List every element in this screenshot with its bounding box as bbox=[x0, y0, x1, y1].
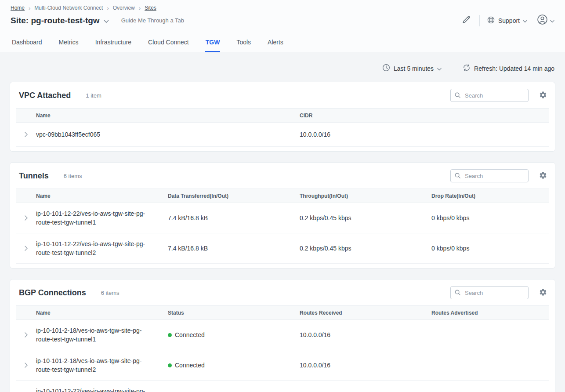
column-header-status: Status bbox=[168, 310, 300, 316]
refresh-icon bbox=[463, 64, 471, 73]
bgp-card-header: BGP Connections 6 items bbox=[10, 279, 555, 305]
breadcrumb-separator-icon: › bbox=[139, 5, 141, 11]
bgp-settings-button[interactable] bbox=[538, 287, 548, 298]
vpc-attached-card: VPC Attached 1 item Name bbox=[10, 82, 555, 152]
header-divider bbox=[479, 15, 480, 26]
page: Home › Multi-Cloud Network Connect › Ove… bbox=[0, 0, 565, 392]
breadcrumb-separator-icon: › bbox=[107, 5, 109, 11]
bgp-routes-advertised-cell bbox=[431, 389, 549, 392]
vpc-item-count: 1 item bbox=[86, 92, 101, 99]
account-menu[interactable] bbox=[537, 14, 554, 27]
bgp-search-box bbox=[450, 286, 529, 299]
column-header-throughput: Throughput(In/Out) bbox=[300, 193, 431, 199]
edit-button[interactable] bbox=[460, 14, 472, 27]
tunnels-search-input[interactable] bbox=[450, 169, 529, 182]
bgp-table: Name Status Routes Received Routes Adver… bbox=[16, 305, 549, 392]
vpc-name-cell: vpc-09bb1043ff5ecf065 bbox=[36, 123, 300, 146]
gear-icon bbox=[539, 171, 547, 181]
column-header-routes-advertised: Routes Advertised bbox=[431, 310, 549, 316]
column-header-name: Name bbox=[36, 193, 168, 199]
vpc-settings-button[interactable] bbox=[538, 90, 548, 101]
bgp-status-cell: Connected bbox=[168, 385, 300, 392]
column-header-name: Name bbox=[36, 310, 168, 316]
guide-me-link[interactable]: Guide Me Through a Tab bbox=[121, 17, 184, 24]
column-header-cidr: CIDR bbox=[300, 113, 549, 119]
tunnels-search-box bbox=[450, 169, 529, 182]
edit-pencil-icon bbox=[461, 15, 471, 26]
bgp-routes-advertised-cell bbox=[431, 359, 549, 371]
support-icon bbox=[487, 16, 495, 25]
row-expand-button[interactable] bbox=[16, 320, 36, 350]
bgp-name-cell: ip-10-101-2-18/ves-io-aws-tgw-site-pg-ro… bbox=[36, 350, 168, 380]
tab-metrics[interactable]: Metrics bbox=[58, 37, 79, 52]
bgp-routes-advertised-cell bbox=[431, 329, 549, 341]
tunnels-table-header-row: Name Data Transferred(In/Out) Throughput… bbox=[16, 189, 549, 203]
breadcrumb-link-sites[interactable]: Sites bbox=[145, 5, 156, 11]
tab-dashboard[interactable]: Dashboard bbox=[11, 37, 43, 52]
column-header-routes-received: Routes Received bbox=[300, 310, 431, 316]
time-range-selector[interactable]: Last 5 minutes bbox=[382, 64, 442, 73]
site-selector-chevron-down-icon[interactable] bbox=[104, 20, 109, 23]
tunnel-data-transferred-cell: 7.4 kB/16.8 kB bbox=[168, 207, 300, 229]
column-header-data-transferred: Data Transferred(In/Out) bbox=[168, 193, 300, 199]
bgp-search-input[interactable] bbox=[450, 286, 529, 299]
tunnel-drop-rate-cell: 0 kbps/0 kbps bbox=[431, 207, 549, 229]
row-expand-button[interactable] bbox=[16, 233, 36, 263]
vpc-card-header: VPC Attached 1 item bbox=[10, 82, 555, 108]
support-label: Support bbox=[498, 17, 520, 24]
tunnels-card: Tunnels 6 items Name bbox=[10, 162, 555, 269]
breadcrumb-link-home[interactable]: Home bbox=[11, 5, 25, 11]
bgp-item-count: 6 items bbox=[101, 290, 120, 296]
row-expand-button[interactable] bbox=[16, 381, 36, 392]
breadcrumb-separator-icon: › bbox=[29, 5, 30, 11]
tunnel-name-cell: ip-10-101-12-22/ves-io-aws-tgw-site-pg-r… bbox=[36, 233, 168, 263]
row-expand-button[interactable] bbox=[16, 350, 36, 380]
tunnels-settings-button[interactable] bbox=[538, 171, 548, 181]
user-avatar-icon bbox=[537, 14, 548, 27]
tab-alerts[interactable]: Alerts bbox=[267, 37, 284, 52]
row-expand-button[interactable] bbox=[16, 123, 36, 146]
bgp-name-cell: ip-10-101-12-22/ves-io-aws-tgw-site-pg-r… bbox=[36, 381, 168, 392]
breadcrumb-item-multi-cloud-network-connect: Multi-Cloud Network Connect bbox=[34, 5, 103, 11]
status-dot-connected bbox=[168, 363, 172, 367]
bgp-routes-received-cell: 10.0.0.0/16 bbox=[300, 324, 431, 345]
status-label: Connected bbox=[175, 330, 205, 339]
vpc-search-input[interactable] bbox=[450, 89, 529, 102]
tab-infrastructure[interactable]: Infrastructure bbox=[95, 37, 132, 52]
tab-cloud-connect[interactable]: Cloud Connect bbox=[148, 37, 189, 52]
clock-icon bbox=[382, 64, 390, 73]
toolbar: Last 5 minutes Refresh: Updated 14 min a… bbox=[10, 52, 555, 82]
account-chevron-down-icon bbox=[550, 17, 554, 25]
support-menu[interactable]: Support bbox=[487, 16, 527, 25]
breadcrumb: Home › Multi-Cloud Network Connect › Ove… bbox=[11, 4, 554, 11]
column-header-drop-rate: Drop Rate(In/Out) bbox=[431, 193, 549, 199]
refresh-button[interactable]: Refresh: Updated 14 min ago bbox=[463, 64, 554, 73]
status-dot-connected bbox=[168, 333, 172, 337]
row-expand-button[interactable] bbox=[16, 203, 36, 233]
time-range-chevron-down-icon bbox=[437, 65, 442, 72]
vpc-cidr-cell: 10.0.0.0/16 bbox=[300, 123, 549, 146]
bgp-status-cell: Connected bbox=[168, 324, 300, 345]
breadcrumb-item-overview: Overview bbox=[113, 5, 135, 11]
tunnels-card-title: Tunnels bbox=[19, 171, 49, 181]
tab-bar: Dashboard Metrics Infrastructure Cloud C… bbox=[0, 32, 565, 52]
tunnel-throughput-cell: 0.2 kbps/0.45 kbps bbox=[300, 238, 431, 259]
tab-tools[interactable]: Tools bbox=[236, 37, 251, 52]
refresh-label: Refresh: Updated 14 min ago bbox=[474, 65, 554, 72]
time-range-label: Last 5 minutes bbox=[394, 65, 434, 72]
vpc-card-title: VPC Attached bbox=[19, 91, 71, 100]
bgp-table-header-row: Name Status Routes Received Routes Adver… bbox=[16, 305, 549, 320]
tab-tgw[interactable]: TGW bbox=[205, 37, 221, 52]
tunnels-card-header: Tunnels 6 items bbox=[10, 163, 555, 189]
table-row: ip-10-101-12-22/ves-io-aws-tgw-site-pg-r… bbox=[16, 203, 549, 233]
tunnel-name-cell: ip-10-101-12-22/ves-io-aws-tgw-site-pg-r… bbox=[36, 203, 168, 233]
tunnel-data-transferred-cell: 7.4 kB/16.8 kB bbox=[168, 238, 300, 259]
vpc-table: Name CIDR vpc-09bb1043ff5ecf065 10.0.0.0… bbox=[16, 108, 549, 147]
content-area: Last 5 minutes Refresh: Updated 14 min a… bbox=[0, 52, 565, 392]
title-row: Site: pg-route-test-tgw Guide Me Through… bbox=[11, 14, 554, 32]
vpc-table-header-row: Name CIDR bbox=[16, 108, 549, 123]
bgp-name-cell: ip-10-101-2-18/ves-io-aws-tgw-site-pg-ro… bbox=[36, 320, 168, 350]
table-row: ip-10-101-12-22/ves-io-aws-tgw-site-pg-r… bbox=[16, 381, 549, 392]
table-row: vpc-09bb1043ff5ecf065 10.0.0.0/16 bbox=[16, 123, 549, 147]
table-row: ip-10-101-12-22/ves-io-aws-tgw-site-pg-r… bbox=[16, 233, 549, 264]
